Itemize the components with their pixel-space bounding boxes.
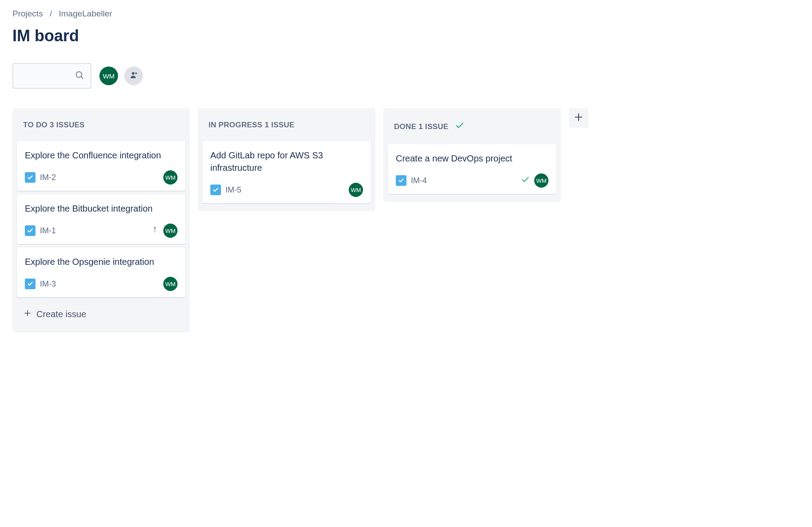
status-done-icon bbox=[521, 175, 530, 186]
column-done: DONE 1 ISSUECreate a new DevOps projectI… bbox=[383, 108, 561, 202]
issue-key[interactable]: IM-3 bbox=[40, 279, 56, 289]
issue-title: Create a new DevOps project bbox=[396, 152, 548, 165]
plus-icon bbox=[573, 111, 584, 125]
svg-point-3 bbox=[154, 227, 155, 228]
column-header[interactable]: DONE 1 ISSUE bbox=[388, 108, 556, 144]
issue-card[interactable]: Add GitLab repo for AWS S3 infrastructur… bbox=[202, 141, 371, 203]
column-header[interactable]: TO DO 3 ISSUES bbox=[17, 108, 185, 141]
issue-key[interactable]: IM-1 bbox=[40, 226, 56, 236]
assignee-avatar[interactable]: WM bbox=[163, 224, 177, 238]
assignee-avatar[interactable]: WM bbox=[349, 183, 363, 197]
breadcrumb-project-link[interactable]: ImageLabeller bbox=[59, 9, 112, 18]
column-header-text: IN PROGRESS 1 ISSUE bbox=[209, 121, 295, 130]
add-user-button[interactable] bbox=[124, 67, 143, 85]
task-type-icon bbox=[25, 225, 35, 236]
column-header-text: DONE 1 ISSUE bbox=[394, 122, 449, 131]
issue-footer: IM-5WM bbox=[210, 183, 363, 197]
breadcrumb-separator: / bbox=[50, 9, 52, 18]
assignee-avatar[interactable]: WM bbox=[163, 277, 177, 291]
plus-icon bbox=[23, 309, 32, 320]
task-type-icon bbox=[25, 279, 35, 289]
issue-card[interactable]: Explore the Bitbucket integrationIM-1WM bbox=[17, 194, 185, 244]
svg-point-2 bbox=[132, 72, 134, 75]
breadcrumb: Projects / ImageLabeller bbox=[12, 9, 800, 19]
issue-title: Add GitLab repo for AWS S3 infrastructur… bbox=[210, 149, 363, 174]
issue-key[interactable]: IM-4 bbox=[411, 176, 427, 185]
svg-point-0 bbox=[76, 72, 82, 78]
issue-key[interactable]: IM-5 bbox=[225, 185, 241, 195]
issue-card[interactable]: Explore the Confluence integrationIM-2WM bbox=[17, 141, 185, 191]
issue-footer: IM-3WM bbox=[25, 277, 177, 291]
issue-key[interactable]: IM-2 bbox=[40, 173, 56, 182]
assignee-avatar[interactable]: WM bbox=[163, 170, 177, 185]
svg-line-1 bbox=[81, 77, 83, 79]
board-columns: TO DO 3 ISSUESExplore the Confluence int… bbox=[12, 108, 800, 332]
column-header[interactable]: IN PROGRESS 1 ISSUE bbox=[202, 108, 371, 141]
task-type-icon bbox=[396, 175, 406, 186]
page-title: IM board bbox=[12, 27, 800, 45]
search-icon bbox=[75, 70, 84, 82]
assignee-avatar[interactable]: WM bbox=[534, 173, 548, 188]
issue-card[interactable]: Explore the Opsgenie integrationIM-3WM bbox=[17, 248, 185, 297]
column-header-text: TO DO 3 ISSUES bbox=[23, 121, 85, 130]
task-type-icon bbox=[210, 185, 221, 195]
user-avatar[interactable]: WM bbox=[99, 67, 118, 85]
search-input-wrapper[interactable] bbox=[12, 63, 91, 89]
add-user-icon bbox=[129, 70, 138, 82]
board-toolbar: WM bbox=[12, 63, 800, 89]
issue-footer: IM-2WM bbox=[25, 170, 177, 185]
priority-icon bbox=[151, 226, 159, 236]
column-inprogress: IN PROGRESS 1 ISSUEAdd GitLab repo for A… bbox=[198, 108, 375, 211]
issue-title: Explore the Opsgenie integration bbox=[25, 256, 177, 268]
issue-footer: IM-1WM bbox=[25, 224, 177, 238]
task-type-icon bbox=[25, 172, 35, 183]
issue-title: Explore the Bitbucket integration bbox=[25, 202, 177, 215]
add-column-button[interactable] bbox=[569, 108, 588, 128]
column-todo: TO DO 3 ISSUESExplore the Confluence int… bbox=[12, 108, 190, 332]
breadcrumb-projects-link[interactable]: Projects bbox=[12, 9, 43, 18]
issue-footer: IM-4WM bbox=[396, 173, 548, 188]
done-check-icon bbox=[455, 121, 465, 133]
issue-card[interactable]: Create a new DevOps projectIM-4WM bbox=[388, 144, 556, 194]
issue-title: Explore the Confluence integration bbox=[25, 149, 177, 161]
create-issue-button[interactable]: Create issue bbox=[17, 301, 185, 328]
create-issue-label: Create issue bbox=[36, 309, 86, 319]
